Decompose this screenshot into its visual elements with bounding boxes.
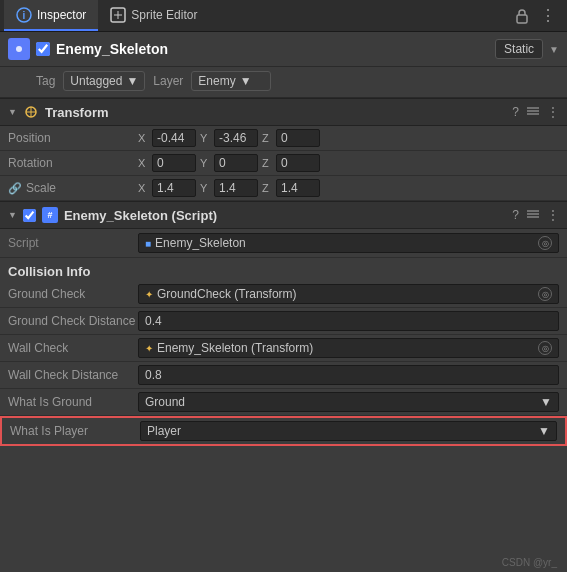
inspector-tab-label: Inspector (37, 8, 86, 22)
main-content: Enemy_Skeleton Static ▼ Tag Untagged ▼ L… (0, 32, 567, 572)
ground-check-transform-icon: ✦ (145, 289, 153, 300)
script-section-header[interactable]: ▼ # Enemy_Skeleton (Script) ? ⋮ (0, 201, 567, 229)
scale-row: 🔗 Scale X Y Z (0, 176, 567, 201)
gameobject-name: Enemy_Skeleton (56, 41, 489, 57)
rotation-y-axis: Y (200, 157, 212, 169)
sprite-editor-tab-label: Sprite Editor (131, 8, 197, 22)
script-help-btn[interactable]: ? (512, 208, 519, 222)
scale-y-axis: Y (200, 182, 212, 194)
what-is-player-label: What Is Player (10, 424, 140, 438)
scale-z-field[interactable] (276, 179, 320, 197)
ground-check-field: ✦ GroundCheck (Transform) ◎ (138, 284, 559, 304)
tab-inspector[interactable]: i Inspector (4, 0, 98, 31)
what-is-ground-row: What Is Ground Ground ▼ (0, 389, 567, 416)
script-ref-row: Script ■ Enemy_Skeleton ◎ (0, 229, 567, 258)
script-prop-label: Script (8, 236, 138, 250)
tag-layer-row: Tag Untagged ▼ Layer Enemy ▼ (0, 67, 567, 98)
gameobject-active-checkbox[interactable] (36, 42, 50, 56)
rotation-x-field[interactable] (152, 154, 196, 172)
rotation-z-field[interactable] (276, 154, 320, 172)
scale-x-field[interactable] (152, 179, 196, 197)
transform-settings-btn[interactable] (527, 105, 539, 120)
content-area: Enemy_Skeleton Static ▼ Tag Untagged ▼ L… (0, 32, 567, 572)
script-target-btn[interactable]: ◎ (538, 236, 552, 250)
collision-info-header: Collision Info (0, 258, 567, 281)
what-is-player-row: What Is Player Player ▼ (0, 416, 567, 446)
wall-check-label: Wall Check (8, 341, 138, 355)
position-y-field[interactable] (214, 129, 258, 147)
layer-dropdown-arrow: ▼ (240, 74, 252, 88)
wall-check-dist-row: Wall Check Distance (0, 362, 567, 389)
wall-check-dist-field[interactable] (138, 365, 559, 385)
script-ref-field: ■ Enemy_Skeleton ◎ (138, 233, 559, 253)
position-x-field[interactable] (152, 129, 196, 147)
transform-icon (23, 104, 39, 120)
wall-check-row: Wall Check ✦ Enemy_Skeleton (Transform) … (0, 335, 567, 362)
scale-z-axis: Z (262, 182, 274, 194)
position-row: Position X Y Z (0, 126, 567, 151)
script-ref-value: Enemy_Skeleton (155, 236, 246, 250)
position-z-axis: Z (262, 132, 274, 144)
scale-y-field[interactable] (214, 179, 258, 197)
wall-check-transform-icon: ✦ (145, 343, 153, 354)
static-badge: Static (495, 39, 543, 59)
what-is-player-arrow: ▼ (538, 424, 550, 438)
script-icon: # (42, 207, 58, 223)
ground-check-label: Ground Check (8, 287, 138, 301)
position-x-axis: X (138, 132, 150, 144)
what-is-ground-value: Ground (145, 395, 185, 409)
wall-check-target-btn[interactable]: ◎ (538, 341, 552, 355)
script-settings-btn[interactable] (527, 208, 539, 223)
scale-x-axis: X (138, 182, 150, 194)
static-dropdown-arrow[interactable]: ▼ (549, 44, 559, 55)
svg-text:i: i (23, 10, 26, 21)
rotation-z-axis: Z (262, 157, 274, 169)
ground-check-ref: GroundCheck (Transform) (157, 287, 297, 301)
what-is-ground-arrow: ▼ (540, 395, 552, 409)
ground-check-dist-label: Ground Check Distance (8, 314, 138, 328)
transform-collapse-arrow: ▼ (8, 107, 17, 117)
transform-more-btn[interactable]: ⋮ (547, 105, 559, 119)
wall-check-dist-label: Wall Check Distance (8, 368, 138, 382)
rotation-row: Rotation X Y Z (0, 151, 567, 176)
what-is-player-dropdown[interactable]: Player ▼ (140, 421, 557, 441)
wall-check-ref: Enemy_Skeleton (Transform) (157, 341, 313, 355)
inspector-tab-icon: i (16, 7, 32, 23)
script-collapse-arrow: ▼ (8, 210, 17, 220)
what-is-ground-label: What Is Ground (8, 395, 138, 409)
scale-label: 🔗 Scale (8, 181, 138, 195)
script-active-checkbox[interactable] (23, 209, 36, 222)
tag-label: Tag (36, 74, 55, 88)
position-z-field[interactable] (276, 129, 320, 147)
tab-bar: i Inspector Sprite Editor (0, 0, 567, 32)
ground-check-dist-field[interactable] (138, 311, 559, 331)
ground-check-dist-row: Ground Check Distance (0, 308, 567, 335)
layer-label: Layer (153, 74, 183, 88)
rotation-label: Rotation (8, 156, 138, 170)
transform-section-header[interactable]: ▼ Transform ? (0, 98, 567, 126)
svg-point-7 (16, 46, 22, 52)
transform-title: Transform (45, 105, 506, 120)
lock-icon[interactable] (513, 7, 531, 25)
more-options-icon[interactable]: ⋮ (539, 7, 557, 25)
script-more-btn[interactable]: ⋮ (547, 208, 559, 222)
script-title: Enemy_Skeleton (Script) (64, 208, 506, 223)
tag-dropdown[interactable]: Untagged ▼ (63, 71, 145, 91)
wall-check-field: ✦ Enemy_Skeleton (Transform) ◎ (138, 338, 559, 358)
tab-sprite-editor[interactable]: Sprite Editor (98, 0, 209, 31)
gameobject-header: Enemy_Skeleton Static ▼ (0, 32, 567, 67)
position-y-axis: Y (200, 132, 212, 144)
sprite-editor-tab-icon (110, 7, 126, 23)
ground-check-target-btn[interactable]: ◎ (538, 287, 552, 301)
rotation-y-field[interactable] (214, 154, 258, 172)
tag-dropdown-arrow: ▼ (126, 74, 138, 88)
transform-help-btn[interactable]: ? (512, 105, 519, 119)
rotation-x-axis: X (138, 157, 150, 169)
svg-rect-5 (517, 15, 527, 23)
what-is-player-value: Player (147, 424, 181, 438)
what-is-ground-dropdown[interactable]: Ground ▼ (138, 392, 559, 412)
script-file-icon: ■ (145, 238, 151, 249)
ground-check-row: Ground Check ✦ GroundCheck (Transform) ◎ (0, 281, 567, 308)
gameobject-icon (8, 38, 30, 60)
layer-dropdown[interactable]: Enemy ▼ (191, 71, 271, 91)
